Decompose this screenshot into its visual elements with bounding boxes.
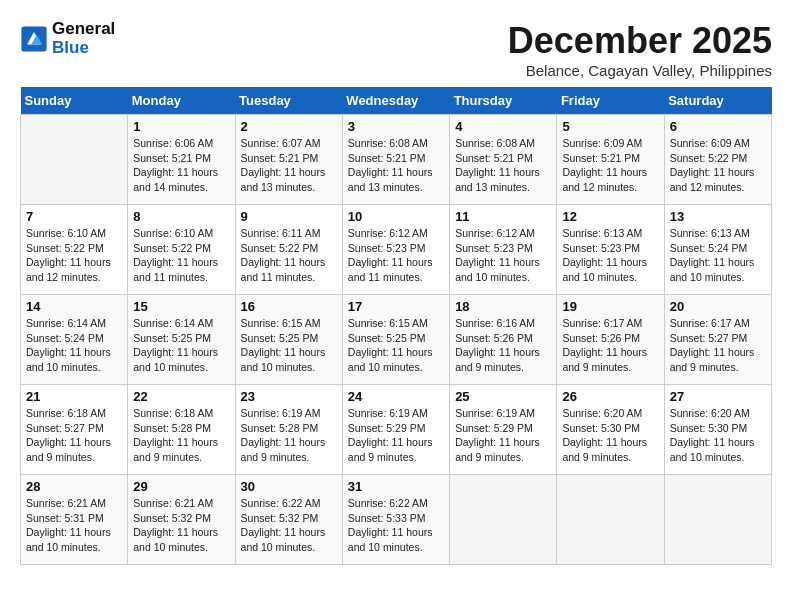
calendar-cell: 8Sunrise: 6:10 AMSunset: 5:22 PMDaylight… bbox=[128, 205, 235, 295]
calendar-cell: 10Sunrise: 6:12 AMSunset: 5:23 PMDayligh… bbox=[342, 205, 449, 295]
weekday-header-row: SundayMondayTuesdayWednesdayThursdayFrid… bbox=[21, 87, 772, 115]
day-number: 24 bbox=[348, 389, 444, 404]
weekday-header-friday: Friday bbox=[557, 87, 664, 115]
calendar-cell: 28Sunrise: 6:21 AMSunset: 5:31 PMDayligh… bbox=[21, 475, 128, 565]
logo-text-general: General bbox=[52, 20, 115, 39]
calendar-cell: 22Sunrise: 6:18 AMSunset: 5:28 PMDayligh… bbox=[128, 385, 235, 475]
calendar-week-1: 1Sunrise: 6:06 AMSunset: 5:21 PMDaylight… bbox=[21, 115, 772, 205]
calendar-cell: 9Sunrise: 6:11 AMSunset: 5:22 PMDaylight… bbox=[235, 205, 342, 295]
day-number: 14 bbox=[26, 299, 122, 314]
day-info: Sunrise: 6:12 AMSunset: 5:23 PMDaylight:… bbox=[348, 226, 444, 285]
day-number: 6 bbox=[670, 119, 766, 134]
calendar-cell: 25Sunrise: 6:19 AMSunset: 5:29 PMDayligh… bbox=[450, 385, 557, 475]
title-area: December 2025 Belance, Cagayan Valley, P… bbox=[508, 20, 772, 79]
day-info: Sunrise: 6:19 AMSunset: 5:28 PMDaylight:… bbox=[241, 406, 337, 465]
day-number: 28 bbox=[26, 479, 122, 494]
calendar-cell: 16Sunrise: 6:15 AMSunset: 5:25 PMDayligh… bbox=[235, 295, 342, 385]
calendar-cell: 24Sunrise: 6:19 AMSunset: 5:29 PMDayligh… bbox=[342, 385, 449, 475]
day-number: 18 bbox=[455, 299, 551, 314]
calendar-cell: 15Sunrise: 6:14 AMSunset: 5:25 PMDayligh… bbox=[128, 295, 235, 385]
day-info: Sunrise: 6:22 AMSunset: 5:33 PMDaylight:… bbox=[348, 496, 444, 555]
day-number: 26 bbox=[562, 389, 658, 404]
weekday-header-sunday: Sunday bbox=[21, 87, 128, 115]
day-number: 13 bbox=[670, 209, 766, 224]
day-info: Sunrise: 6:07 AMSunset: 5:21 PMDaylight:… bbox=[241, 136, 337, 195]
weekday-header-thursday: Thursday bbox=[450, 87, 557, 115]
day-number: 15 bbox=[133, 299, 229, 314]
day-info: Sunrise: 6:13 AMSunset: 5:23 PMDaylight:… bbox=[562, 226, 658, 285]
calendar-cell: 14Sunrise: 6:14 AMSunset: 5:24 PMDayligh… bbox=[21, 295, 128, 385]
calendar-cell: 26Sunrise: 6:20 AMSunset: 5:30 PMDayligh… bbox=[557, 385, 664, 475]
calendar-cell: 18Sunrise: 6:16 AMSunset: 5:26 PMDayligh… bbox=[450, 295, 557, 385]
calendar-week-3: 14Sunrise: 6:14 AMSunset: 5:24 PMDayligh… bbox=[21, 295, 772, 385]
day-number: 30 bbox=[241, 479, 337, 494]
subtitle: Belance, Cagayan Valley, Philippines bbox=[508, 62, 772, 79]
calendar-week-4: 21Sunrise: 6:18 AMSunset: 5:27 PMDayligh… bbox=[21, 385, 772, 475]
calendar-cell: 27Sunrise: 6:20 AMSunset: 5:30 PMDayligh… bbox=[664, 385, 771, 475]
month-title: December 2025 bbox=[508, 20, 772, 62]
day-info: Sunrise: 6:21 AMSunset: 5:31 PMDaylight:… bbox=[26, 496, 122, 555]
weekday-header-tuesday: Tuesday bbox=[235, 87, 342, 115]
calendar-week-2: 7Sunrise: 6:10 AMSunset: 5:22 PMDaylight… bbox=[21, 205, 772, 295]
day-number: 3 bbox=[348, 119, 444, 134]
day-number: 4 bbox=[455, 119, 551, 134]
day-number: 21 bbox=[26, 389, 122, 404]
calendar-cell: 7Sunrise: 6:10 AMSunset: 5:22 PMDaylight… bbox=[21, 205, 128, 295]
day-info: Sunrise: 6:15 AMSunset: 5:25 PMDaylight:… bbox=[241, 316, 337, 375]
day-info: Sunrise: 6:20 AMSunset: 5:30 PMDaylight:… bbox=[670, 406, 766, 465]
day-number: 2 bbox=[241, 119, 337, 134]
day-info: Sunrise: 6:21 AMSunset: 5:32 PMDaylight:… bbox=[133, 496, 229, 555]
day-info: Sunrise: 6:18 AMSunset: 5:27 PMDaylight:… bbox=[26, 406, 122, 465]
header: General Blue December 2025 Belance, Caga… bbox=[20, 20, 772, 79]
logo-icon bbox=[20, 25, 48, 53]
day-number: 31 bbox=[348, 479, 444, 494]
calendar-week-5: 28Sunrise: 6:21 AMSunset: 5:31 PMDayligh… bbox=[21, 475, 772, 565]
day-info: Sunrise: 6:14 AMSunset: 5:25 PMDaylight:… bbox=[133, 316, 229, 375]
day-info: Sunrise: 6:11 AMSunset: 5:22 PMDaylight:… bbox=[241, 226, 337, 285]
calendar-cell: 23Sunrise: 6:19 AMSunset: 5:28 PMDayligh… bbox=[235, 385, 342, 475]
weekday-header-wednesday: Wednesday bbox=[342, 87, 449, 115]
calendar-cell: 12Sunrise: 6:13 AMSunset: 5:23 PMDayligh… bbox=[557, 205, 664, 295]
day-number: 20 bbox=[670, 299, 766, 314]
day-number: 16 bbox=[241, 299, 337, 314]
calendar-cell: 3Sunrise: 6:08 AMSunset: 5:21 PMDaylight… bbox=[342, 115, 449, 205]
calendar-cell bbox=[557, 475, 664, 565]
calendar-cell: 30Sunrise: 6:22 AMSunset: 5:32 PMDayligh… bbox=[235, 475, 342, 565]
day-info: Sunrise: 6:10 AMSunset: 5:22 PMDaylight:… bbox=[133, 226, 229, 285]
day-info: Sunrise: 6:19 AMSunset: 5:29 PMDaylight:… bbox=[455, 406, 551, 465]
calendar-cell: 1Sunrise: 6:06 AMSunset: 5:21 PMDaylight… bbox=[128, 115, 235, 205]
calendar-cell: 6Sunrise: 6:09 AMSunset: 5:22 PMDaylight… bbox=[664, 115, 771, 205]
day-info: Sunrise: 6:13 AMSunset: 5:24 PMDaylight:… bbox=[670, 226, 766, 285]
day-info: Sunrise: 6:16 AMSunset: 5:26 PMDaylight:… bbox=[455, 316, 551, 375]
calendar-cell bbox=[664, 475, 771, 565]
calendar-cell: 4Sunrise: 6:08 AMSunset: 5:21 PMDaylight… bbox=[450, 115, 557, 205]
logo: General Blue bbox=[20, 20, 115, 57]
day-info: Sunrise: 6:20 AMSunset: 5:30 PMDaylight:… bbox=[562, 406, 658, 465]
day-number: 5 bbox=[562, 119, 658, 134]
day-info: Sunrise: 6:09 AMSunset: 5:22 PMDaylight:… bbox=[670, 136, 766, 195]
day-number: 11 bbox=[455, 209, 551, 224]
calendar-cell bbox=[450, 475, 557, 565]
day-number: 17 bbox=[348, 299, 444, 314]
logo-text-blue: Blue bbox=[52, 39, 115, 58]
calendar-cell: 20Sunrise: 6:17 AMSunset: 5:27 PMDayligh… bbox=[664, 295, 771, 385]
day-number: 25 bbox=[455, 389, 551, 404]
day-number: 10 bbox=[348, 209, 444, 224]
day-info: Sunrise: 6:10 AMSunset: 5:22 PMDaylight:… bbox=[26, 226, 122, 285]
day-number: 8 bbox=[133, 209, 229, 224]
calendar-cell: 17Sunrise: 6:15 AMSunset: 5:25 PMDayligh… bbox=[342, 295, 449, 385]
calendar-cell: 21Sunrise: 6:18 AMSunset: 5:27 PMDayligh… bbox=[21, 385, 128, 475]
day-info: Sunrise: 6:14 AMSunset: 5:24 PMDaylight:… bbox=[26, 316, 122, 375]
calendar-cell bbox=[21, 115, 128, 205]
day-info: Sunrise: 6:18 AMSunset: 5:28 PMDaylight:… bbox=[133, 406, 229, 465]
day-number: 23 bbox=[241, 389, 337, 404]
day-info: Sunrise: 6:06 AMSunset: 5:21 PMDaylight:… bbox=[133, 136, 229, 195]
day-number: 22 bbox=[133, 389, 229, 404]
calendar-cell: 19Sunrise: 6:17 AMSunset: 5:26 PMDayligh… bbox=[557, 295, 664, 385]
calendar-cell: 11Sunrise: 6:12 AMSunset: 5:23 PMDayligh… bbox=[450, 205, 557, 295]
calendar-cell: 31Sunrise: 6:22 AMSunset: 5:33 PMDayligh… bbox=[342, 475, 449, 565]
day-info: Sunrise: 6:19 AMSunset: 5:29 PMDaylight:… bbox=[348, 406, 444, 465]
day-info: Sunrise: 6:08 AMSunset: 5:21 PMDaylight:… bbox=[348, 136, 444, 195]
day-info: Sunrise: 6:17 AMSunset: 5:26 PMDaylight:… bbox=[562, 316, 658, 375]
day-number: 29 bbox=[133, 479, 229, 494]
